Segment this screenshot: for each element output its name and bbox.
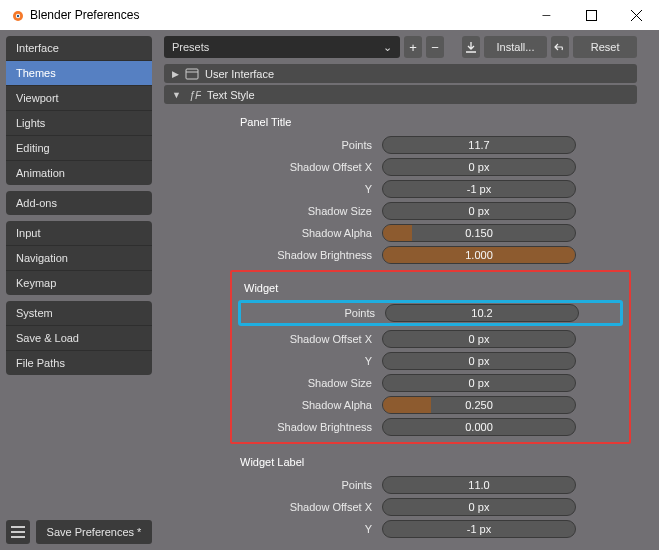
value-text: 0.150 <box>465 227 493 239</box>
value-slider-shadow-size[interactable]: 0 px <box>382 202 576 220</box>
value-text: 0 px <box>469 501 490 513</box>
field-label: Shadow Offset X <box>164 161 376 173</box>
value-text: 11.0 <box>468 479 489 491</box>
reset-button[interactable]: Reset <box>573 36 637 58</box>
field-label: Points <box>164 479 376 491</box>
value-slider-shadow-alpha[interactable]: 0.150 <box>382 224 576 242</box>
property-row: Y-1 px <box>164 178 637 200</box>
svg-point-2 <box>17 15 19 17</box>
field-label: Points <box>243 307 379 319</box>
save-preferences-button[interactable]: Save Preferences * <box>36 520 152 544</box>
field-label: Shadow Size <box>234 377 376 389</box>
property-row: Shadow Alpha0.150 <box>164 222 637 244</box>
property-row: Y-1 px <box>164 518 637 540</box>
panel-text-style[interactable]: ▼ ƒF Text Style <box>164 85 637 104</box>
property-row: Shadow Offset X0 px <box>164 496 637 518</box>
sidebar: InterfaceThemesViewportLightsEditingAnim… <box>0 30 158 550</box>
sidebar-item-themes[interactable]: Themes <box>6 61 152 86</box>
value-slider-y[interactable]: -1 px <box>382 520 576 538</box>
value-slider-shadow-size[interactable]: 0 px <box>382 374 576 392</box>
value-text: 1.000 <box>465 249 493 261</box>
toolbar: Presets ⌄ + − Install... Reset <box>164 36 637 58</box>
ui-icon <box>185 67 199 81</box>
field-label: Y <box>164 523 376 535</box>
svg-rect-6 <box>186 69 198 79</box>
value-text: -1 px <box>467 183 491 195</box>
sidebar-item-add-ons[interactable]: Add-ons <box>6 191 152 215</box>
field-label: Shadow Alpha <box>234 399 376 411</box>
install-import-icon[interactable] <box>462 36 480 58</box>
property-row: Shadow Size0 px <box>234 372 627 394</box>
presets-dropdown[interactable]: Presets ⌄ <box>164 36 400 58</box>
field-label: Shadow Offset X <box>164 501 376 513</box>
value-text: 11.7 <box>468 139 489 151</box>
value-slider-points[interactable]: 10.2 <box>385 304 579 322</box>
property-row: Shadow Brightness0.000 <box>234 416 627 438</box>
section-widget-label: Widget Label <box>164 450 637 474</box>
panel-user-interface[interactable]: ▶ User Interface <box>164 64 637 83</box>
section-panel-title: Panel Title <box>164 110 637 134</box>
field-label: Shadow Brightness <box>164 249 376 261</box>
maximize-button[interactable] <box>569 0 614 30</box>
value-text: -1 px <box>467 523 491 535</box>
value-slider-y[interactable]: 0 px <box>382 352 576 370</box>
value-slider-shadow-offset-x[interactable]: 0 px <box>382 330 576 348</box>
sidebar-item-system[interactable]: System <box>6 301 152 326</box>
titlebar: Blender Preferences ─ <box>0 0 659 30</box>
field-label: Y <box>164 183 376 195</box>
reset-label: Reset <box>591 41 620 53</box>
value-text: 0 px <box>469 333 490 345</box>
section-widget: Widget <box>234 276 627 300</box>
field-label: Shadow Offset X <box>234 333 376 345</box>
property-row: Points11.0 <box>164 474 637 496</box>
sidebar-item-animation[interactable]: Animation <box>6 161 152 185</box>
sidebar-item-editing[interactable]: Editing <box>6 136 152 161</box>
sidebar-item-file-paths[interactable]: File Paths <box>6 351 152 375</box>
sidebar-item-navigation[interactable]: Navigation <box>6 246 152 271</box>
undo-icon[interactable] <box>551 36 569 58</box>
sidebar-item-input[interactable]: Input <box>6 221 152 246</box>
value-slider-shadow-alpha[interactable]: 0.250 <box>382 396 576 414</box>
value-slider-points[interactable]: 11.0 <box>382 476 576 494</box>
hamburger-button[interactable] <box>6 520 30 544</box>
sidebar-item-lights[interactable]: Lights <box>6 111 152 136</box>
window-title: Blender Preferences <box>30 8 524 22</box>
install-button[interactable]: Install... <box>484 36 548 58</box>
property-row: Shadow Offset X0 px <box>164 156 637 178</box>
install-label: Install... <box>497 41 535 53</box>
value-text: 0.000 <box>465 421 493 433</box>
preset-add-button[interactable]: + <box>404 36 422 58</box>
value-slider-points[interactable]: 11.7 <box>382 136 576 154</box>
value-slider-y[interactable]: -1 px <box>382 180 576 198</box>
svg-rect-3 <box>587 10 597 20</box>
property-row: Y0 px <box>234 350 627 372</box>
panel-label: Text Style <box>207 89 255 101</box>
value-slider-shadow-brightness[interactable]: 0.000 <box>382 418 576 436</box>
close-button[interactable] <box>614 0 659 30</box>
minimize-button[interactable]: ─ <box>524 0 569 30</box>
field-label: Shadow Alpha <box>164 227 376 239</box>
sidebar-item-keymap[interactable]: Keymap <box>6 271 152 295</box>
property-row: Shadow Size0 px <box>164 200 637 222</box>
value-slider-shadow-offset-x[interactable]: 0 px <box>382 158 576 176</box>
chevron-down-icon: ▼ <box>172 90 181 100</box>
value-text: 0 px <box>469 161 490 173</box>
sidebar-item-save-load[interactable]: Save & Load <box>6 326 152 351</box>
value-text: 0 px <box>469 377 490 389</box>
chevron-right-icon: ▶ <box>172 69 179 79</box>
field-label: Shadow Size <box>164 205 376 217</box>
preset-remove-button[interactable]: − <box>426 36 444 58</box>
sidebar-item-viewport[interactable]: Viewport <box>6 86 152 111</box>
chevron-down-icon: ⌄ <box>383 41 392 54</box>
property-row: Shadow Offset X0 px <box>234 328 627 350</box>
value-text: 0 px <box>469 205 490 217</box>
sidebar-item-interface[interactable]: Interface <box>6 36 152 61</box>
svg-text:ƒF: ƒF <box>189 89 201 101</box>
property-row: Shadow Alpha0.250 <box>234 394 627 416</box>
field-label: Y <box>234 355 376 367</box>
value-slider-shadow-brightness[interactable]: 1.000 <box>382 246 576 264</box>
value-text: 10.2 <box>471 307 492 319</box>
text-icon: ƒF <box>187 88 201 102</box>
panel-label: User Interface <box>205 68 274 80</box>
value-slider-shadow-offset-x[interactable]: 0 px <box>382 498 576 516</box>
